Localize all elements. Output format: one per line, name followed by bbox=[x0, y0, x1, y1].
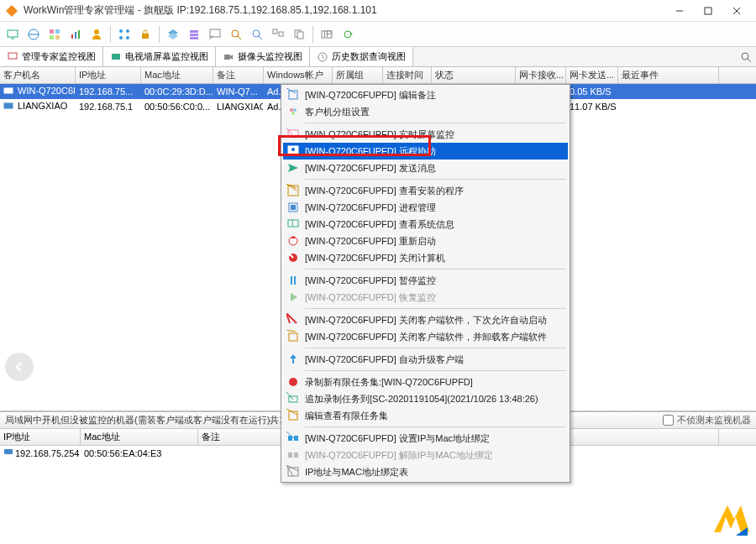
column-header[interactable]: Mac地址 bbox=[81, 429, 198, 445]
svg-rect-10 bbox=[55, 29, 60, 34]
svg-rect-35 bbox=[297, 32, 303, 39]
tab-tvwall-view[interactable]: 电视墙屏幕监控视图 bbox=[103, 47, 216, 66]
menu-item-proc[interactable]: [WIN-Q720C6FUPFD] 进程管理 bbox=[283, 199, 568, 216]
column-header[interactable]: 客户机名 bbox=[0, 67, 76, 83]
column-header[interactable]: 状态 bbox=[432, 67, 516, 83]
column-header[interactable]: IP地址 bbox=[76, 67, 141, 83]
minimize-button[interactable] bbox=[665, 2, 694, 20]
svg-rect-87 bbox=[288, 452, 292, 458]
tab-search-icon[interactable] bbox=[736, 47, 756, 66]
svg-rect-15 bbox=[78, 30, 80, 39]
tb-zoom2-icon[interactable] bbox=[248, 25, 266, 44]
upgrade-icon bbox=[286, 353, 300, 366]
svg-point-30 bbox=[253, 30, 260, 37]
menu-item-bind[interactable]: [WIN-Q720C6FUPFD] 设置IP与Mac地址绑定 bbox=[283, 430, 568, 447]
checkbox-input[interactable] bbox=[663, 415, 674, 426]
column-header[interactable]: 网卡发送... bbox=[566, 67, 618, 83]
tab-history-view[interactable]: 历史数据查询视图 bbox=[310, 47, 413, 66]
menu-item-editset[interactable]: 编辑查看有限任务集 bbox=[283, 407, 568, 424]
menu-item-rec[interactable]: 录制新有限任务集:[WIN-Q720C6FUPFD] bbox=[283, 374, 568, 390]
menu-item-edit[interactable]: [WIN-Q720C6FUPFD] 编辑备注 bbox=[283, 86, 568, 103]
pc-icon bbox=[3, 102, 15, 112]
menu-item-label: [WIN-Q720C6FUPFD] 编辑备注 bbox=[305, 89, 436, 102]
tb-stack-icon[interactable] bbox=[185, 25, 203, 44]
tb-lock-icon[interactable] bbox=[136, 25, 155, 44]
menu-item-label: 追加录制任务到[SC-20201191054](2021/10/26 13:48… bbox=[305, 393, 538, 405]
menu-item-screen[interactable]: [WIN-Q720C6FUPFD] 实时屏幕监控 bbox=[283, 126, 568, 143]
tb-globe-icon[interactable] bbox=[24, 25, 43, 44]
tb-copy-icon[interactable] bbox=[290, 25, 308, 44]
menu-item-table[interactable]: IP地址与MAC地址绑定表 bbox=[283, 463, 568, 480]
menu-separator bbox=[305, 348, 566, 348]
svg-point-18 bbox=[126, 29, 129, 33]
disable-detect-checkbox[interactable]: 不侦测未监视机器 bbox=[663, 414, 751, 426]
tb-layers-icon[interactable] bbox=[164, 25, 182, 44]
svg-rect-88 bbox=[294, 452, 298, 458]
menu-item-upgrade[interactable]: [WIN-Q720C6FUPFD] 自动升级客户端 bbox=[283, 351, 568, 368]
pc-icon bbox=[3, 448, 15, 457]
table-icon bbox=[286, 465, 300, 479]
maximize-button[interactable] bbox=[694, 2, 722, 20]
column-header[interactable]: IP地址 bbox=[0, 429, 81, 445]
svg-point-79 bbox=[289, 378, 297, 386]
remote-icon bbox=[286, 144, 300, 158]
menu-item-label: [WIN-Q720C6FUPFD] 实时屏幕监控 bbox=[305, 128, 454, 141]
column-header[interactable]: 所属组 bbox=[333, 67, 383, 83]
column-header[interactable]: 备注 bbox=[213, 67, 264, 83]
window-title: WorkWin管理专家管理端 - 旗舰版 IP:192.168.75.1,192… bbox=[24, 3, 665, 18]
menu-item-label: [WIN-Q720C6FUPFD] 自动升级客户端 bbox=[305, 353, 464, 366]
column-header[interactable]: Windows帐户 bbox=[264, 67, 333, 83]
tb-cast-icon[interactable] bbox=[206, 25, 224, 44]
tb-chart-icon[interactable] bbox=[66, 25, 85, 44]
menu-item-close[interactable]: [WIN-Q720C6FUPFD] 关闭客户端软件，下次允许自动启动 bbox=[283, 311, 568, 328]
tb-refresh-icon[interactable] bbox=[339, 25, 357, 44]
tb-windows-icon[interactable] bbox=[269, 25, 287, 44]
menu-separator bbox=[305, 269, 566, 269]
menu-item-list[interactable]: [WIN-Q720C6FUPFD] 查看安装的程序 bbox=[283, 182, 568, 199]
menu-item-remote[interactable]: [WIN-Q720C6FUPFD] 远程协助 bbox=[283, 143, 568, 160]
svg-marker-73 bbox=[291, 293, 297, 301]
close-button[interactable] bbox=[722, 2, 751, 20]
tb-user-icon[interactable] bbox=[87, 25, 106, 44]
send-icon bbox=[286, 161, 300, 175]
tb-ip-icon[interactable]: IP bbox=[318, 25, 336, 44]
menu-item-unbind: [WIN-Q720C6FUPFD] 解除IP与MAC地址绑定 bbox=[283, 447, 568, 463]
svg-rect-48 bbox=[4, 88, 13, 93]
menu-item-uninstall[interactable]: [WIN-Q720C6FUPFD] 关闭客户端软件，并卸载客户端软件 bbox=[283, 328, 568, 345]
menu-item-pause[interactable]: [WIN-Q720C6FUPFD] 暂停监控 bbox=[283, 272, 568, 289]
cell: 192.168.75.254 bbox=[0, 447, 81, 459]
svg-marker-38 bbox=[349, 33, 353, 34]
menu-item-label: [WIN-Q720C6FUPFD] 进程管理 bbox=[305, 201, 436, 214]
tb-monitor-icon[interactable] bbox=[3, 25, 22, 44]
tab-camera-view[interactable]: 摄像头监控视图 bbox=[216, 47, 310, 66]
tb-zoom-icon[interactable] bbox=[227, 25, 245, 44]
menu-item-info[interactable]: i[WIN-Q720C6FUPFD] 查看系统信息 bbox=[283, 216, 568, 233]
tb-network-icon[interactable] bbox=[115, 25, 134, 44]
cell: 192.168.75... bbox=[76, 86, 141, 97]
cell: WIN-Q720C6F... bbox=[0, 85, 76, 97]
menu-item-append[interactable]: 追加录制任务到[SC-20201191054](2021/10/26 13:48… bbox=[283, 390, 568, 407]
menu-item-group[interactable]: 客户机分组设置 bbox=[283, 103, 568, 120]
column-header[interactable]: 网卡接收... bbox=[516, 67, 566, 83]
menu-item-power[interactable]: [WIN-Q720C6FUPFD] 关闭计算机 bbox=[283, 249, 568, 266]
svg-line-47 bbox=[748, 59, 751, 62]
nav-back-circle[interactable] bbox=[5, 353, 34, 381]
menu-item-send[interactable]: [WIN-Q720C6FUPFD] 发送消息 bbox=[283, 160, 568, 176]
menu-item-label: [WIN-Q720C6FUPFD] 暂停监控 bbox=[305, 275, 436, 287]
svg-line-45 bbox=[323, 57, 324, 59]
cell: 00:0C:29:3D:D... bbox=[141, 86, 213, 97]
tab-monitor-view[interactable]: 管理专家监控视图 bbox=[0, 47, 103, 66]
svg-rect-76 bbox=[289, 333, 297, 341]
svg-rect-49 bbox=[4, 103, 13, 108]
menu-item-label: [WIN-Q720C6FUPFD] 解除IP与MAC地址绑定 bbox=[305, 449, 493, 462]
tb-grid-icon[interactable] bbox=[45, 25, 64, 44]
svg-marker-42 bbox=[230, 55, 233, 60]
menu-item-restart[interactable]: [WIN-Q720C6FUPFD] 重新启动 bbox=[283, 233, 568, 249]
column-header[interactable]: 连接时间 bbox=[383, 67, 432, 83]
column-header[interactable]: Mac地址 bbox=[141, 67, 213, 83]
column-header[interactable]: 最近事件 bbox=[618, 67, 719, 83]
list-icon bbox=[286, 184, 300, 197]
svg-point-46 bbox=[742, 53, 748, 60]
svg-text:i: i bbox=[291, 217, 293, 228]
tab-label: 电视墙屏幕监控视图 bbox=[125, 50, 208, 63]
